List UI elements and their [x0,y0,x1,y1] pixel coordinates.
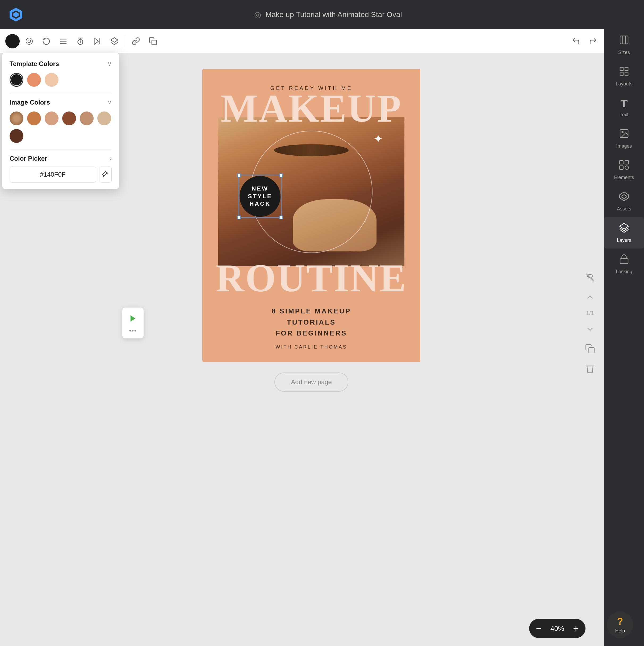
canvas-star-sparkle: ✦ [373,133,383,145]
layers-icon [619,222,629,235]
redo-button[interactable] [586,34,601,49]
help-button[interactable]: ? Help [607,612,633,638]
svg-rect-31 [620,166,623,169]
image-swatch-face[interactable] [10,111,23,125]
badge-circle: NEW STYLE HACK [240,176,280,217]
elements-label: Elements [614,175,634,180]
template-color-swatches [10,73,112,87]
svg-rect-30 [625,160,628,164]
sizes-icon [619,34,629,47]
sidebar-item-elements[interactable]: Elements [604,154,644,186]
help-label: Help [615,628,625,634]
badge-text: NEW STYLE HACK [248,185,272,208]
timer-button[interactable] [73,34,88,49]
title-check-icon: ◎ [254,10,261,19]
sizes-label: Sizes [618,50,630,56]
template-swatch-peach[interactable] [45,73,58,87]
svg-rect-19 [589,347,594,353]
page-counter: 1/1 [586,310,594,317]
copy-button[interactable] [145,34,160,49]
style-button[interactable] [22,34,37,49]
design-canvas[interactable]: GET READY WITH ME MAKEUP ✦ [202,69,420,362]
svg-marker-14 [111,37,118,42]
images-icon [619,128,629,141]
layouts-icon [619,66,629,79]
svg-marker-34 [622,195,626,199]
image-colors-collapse[interactable]: ∨ [107,99,112,106]
canvas-wrapper: GET READY WITH ME MAKEUP ✦ [202,69,420,362]
svg-marker-12 [95,38,98,44]
image-swatch-5[interactable] [97,111,111,125]
template-colors-title: Template Colors [10,60,59,68]
color-swatch-button[interactable] [5,34,20,48]
sidebar-item-text[interactable]: T Text [604,92,644,123]
image-colors-title: Image Colors [10,99,50,106]
assets-label: Assets [617,206,631,212]
svg-marker-33 [620,192,628,201]
undo-button[interactable] [568,34,584,49]
zoom-level: 40% [548,625,566,633]
layers-label: Layers [617,238,631,243]
badge-selected-element[interactable]: NEW STYLE HACK [240,176,280,217]
sidebar-item-images[interactable]: Images [604,123,644,154]
undo-rotate-button[interactable] [39,34,54,49]
text-label: Text [620,112,628,118]
sidebar-item-locking[interactable]: Locking [604,248,644,280]
help-icon: ? [617,616,623,627]
zoom-bar: − 40% + [529,619,586,638]
add-new-page-button[interactable]: Add new page [274,372,348,392]
layers-button[interactable] [107,34,122,49]
svg-rect-29 [620,160,623,164]
document-title: Make up Tutorial with Animated Star Oval [265,10,402,19]
assets-icon [619,191,629,204]
image-colors-header: Image Colors ∨ [10,99,112,106]
images-label: Images [616,143,632,149]
svg-rect-36 [620,258,628,263]
app-logo[interactable] [8,7,24,23]
image-swatch-4[interactable] [80,111,94,125]
canvas-routine-text: ROUTINE [216,258,407,298]
side-controls: 1/1 [583,270,597,376]
image-swatch-2[interactable] [45,111,58,125]
sidebar-item-sizes[interactable]: Sizes [604,29,644,61]
color-panel: Template Colors ∨ Image Colors ∨ Color P… [2,53,119,189]
locking-label: Locking [616,269,632,275]
canvas-makeup-text: MAKEUP [221,89,402,128]
sidebar-item-assets[interactable]: Assets [604,186,644,217]
pin-button[interactable] [583,270,597,285]
image-swatch-3[interactable] [62,111,76,125]
text-icon: T [621,97,628,110]
color-picker-expand[interactable]: › [110,155,112,162]
color-picker-inputs: #140F0F [10,167,112,183]
svg-point-28 [622,131,623,133]
sidebar-item-layouts[interactable]: Layouts [604,61,644,92]
canvas-photo-area: ✦ NEW STYLE HACK [218,117,404,266]
image-swatch-1[interactable] [27,111,41,125]
template-swatch-orange[interactable] [27,73,41,87]
svg-point-32 [625,166,628,169]
svg-rect-15 [152,40,156,45]
sidebar-item-layers[interactable]: Layers [604,217,644,248]
svg-rect-24 [625,67,628,71]
duplicate-page-button[interactable] [583,342,597,356]
align-button[interactable] [56,34,71,49]
svg-marker-17 [131,315,136,322]
zoom-in-button[interactable]: + [566,619,586,638]
delete-page-button[interactable] [583,361,597,376]
color-picker-header: Color Picker › [10,155,112,162]
animation-options[interactable]: ••• [129,327,137,334]
svg-marker-35 [620,223,628,229]
link-button[interactable] [128,34,143,49]
hex-color-input[interactable]: #140F0F [10,167,96,183]
template-colors-header: Template Colors ∨ [10,60,112,68]
eyedropper-button[interactable] [99,167,112,183]
move-up-button[interactable] [583,290,597,304]
template-colors-collapse[interactable]: ∨ [107,61,112,67]
svg-rect-23 [620,67,623,71]
template-swatch-black[interactable] [10,73,23,87]
zoom-out-button[interactable]: − [529,619,548,638]
animation-play-button[interactable] [126,312,140,325]
move-down-button[interactable] [583,322,597,336]
skip-button[interactable] [90,34,105,49]
image-swatch-6[interactable] [10,129,23,143]
